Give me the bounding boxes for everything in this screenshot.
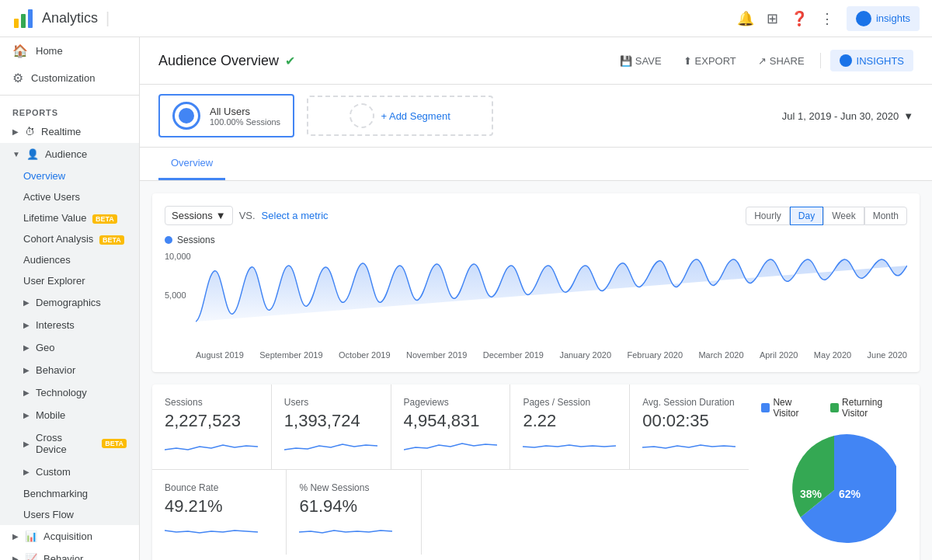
add-segment-circle [350, 103, 374, 128]
sidebar-item-demographics[interactable]: ▶ Demographics [0, 291, 139, 314]
metric-dropdown-arrow: ▼ [216, 210, 226, 221]
sidebar-item-custom[interactable]: ▶ Custom [0, 461, 139, 483]
date-chevron-icon: ▼ [903, 110, 913, 122]
sidebar-sub-item-benchmarking[interactable]: Benchmarking [0, 483, 139, 504]
tab-overview[interactable]: Overview [158, 148, 225, 180]
sidebar-item-geo[interactable]: ▶ Geo [0, 336, 139, 359]
sidebar: 🏠 Home ⚙ Customization REPORTS ▶ ⏱ Realt… [0, 37, 140, 560]
sidebar-item-audience[interactable]: ▼ 👤 Audience [0, 143, 139, 165]
export-icon: ⬆ [683, 55, 692, 67]
help-icon[interactable]: ❓ [791, 10, 808, 27]
export-button[interactable]: ⬆ EXPORT [677, 52, 742, 70]
sidebar-sub-item-cohort[interactable]: Cohort Analysis BETA [0, 228, 139, 249]
content-header: Audience Overview ✔ 💾 SAVE ⬆ EXPORT ↗ SH… [140, 37, 932, 85]
main-layout: 🏠 Home ⚙ Customization REPORTS ▶ ⏱ Realt… [0, 37, 932, 560]
sidebar-sub-item-user-explorer[interactable]: User Explorer [0, 270, 139, 291]
metric-bounce-rate: Bounce Rate 49.21% [152, 470, 287, 555]
sidebar-item-interests[interactable]: ▶ Interests [0, 314, 139, 336]
sessions-sparkline [165, 436, 258, 454]
new-visitor-legend: New Visitor [761, 397, 818, 419]
behavior-top-icon: 📈 [25, 553, 37, 560]
share-button[interactable]: ↗ SHARE [752, 52, 811, 70]
svg-rect-2 [28, 9, 33, 28]
time-btn-week[interactable]: Week [823, 207, 864, 225]
metrics-row-2: Bounce Rate 49.21% % New Sessions 61.94% [152, 470, 749, 555]
acquisition-chevron-icon: ▶ [12, 532, 19, 541]
y-label-5000: 5,000 [165, 290, 186, 300]
sessions-chart-svg [196, 252, 907, 345]
pie-chart-container: New Visitor Returning Visitor 62% [749, 384, 920, 560]
share-icon: ↗ [758, 55, 767, 67]
grid-icon[interactable]: ⊞ [767, 10, 778, 27]
time-btn-month[interactable]: Month [864, 207, 907, 225]
users-sparkline [284, 436, 377, 454]
all-users-segment[interactable]: All Users 100.00% Sessions [158, 94, 294, 137]
pie-chart-svg: 62% 38% [772, 428, 896, 552]
acquisition-icon: 📊 [25, 530, 37, 542]
customization-icon: ⚙ [12, 71, 23, 85]
insights-action-button[interactable]: INSIGHTS [830, 50, 913, 71]
chart-legend: Sessions [165, 235, 907, 245]
add-segment-button[interactable]: + Add Segment [307, 96, 493, 136]
mobile-chevron-icon: ▶ [23, 411, 30, 419]
sidebar-sub-item-overview[interactable]: Overview [0, 165, 139, 186]
top-header: Analytics | 🔔 ⊞ ❓ ⋮ insights [0, 0, 932, 37]
sidebar-item-behavior[interactable]: ▶ Behavior [0, 359, 139, 381]
date-range-picker[interactable]: Jul 1, 2019 - Jun 30, 2020 ▼ [782, 110, 913, 122]
svg-text:38%: 38% [800, 488, 822, 500]
sidebar-sub-item-active-users[interactable]: Active Users [0, 186, 139, 207]
chevron-down-icon: ▼ [12, 150, 20, 158]
time-period-buttons: Hourly Day Week Month [746, 207, 907, 225]
sidebar-item-home[interactable]: 🏠 Home [0, 37, 139, 64]
sidebar-sub-item-lifetime-value[interactable]: Lifetime Value BETA [0, 207, 139, 228]
sidebar-item-behavior-top[interactable]: ▶ 📈 Behavior [0, 548, 139, 560]
segment-left: All Users 100.00% Sessions + Add Segment [158, 94, 493, 137]
y-label-10000: 10,000 [165, 252, 191, 261]
sidebar-item-mobile[interactable]: ▶ Mobile [0, 404, 139, 426]
more-icon[interactable]: ⋮ [820, 10, 834, 27]
bounce-sparkline [165, 521, 258, 540]
sidebar-sub-item-audiences[interactable]: Audiences [0, 249, 139, 270]
insights-avatar [856, 11, 871, 26]
save-icon: 💾 [620, 55, 632, 67]
metric-pages-per-session: Pages / Session 2.22 [510, 384, 630, 469]
sidebar-sub-item-users-flow[interactable]: Users Flow [0, 504, 139, 525]
time-btn-hourly[interactable]: Hourly [746, 207, 790, 225]
home-icon: 🏠 [12, 43, 28, 58]
insights-btn-icon [840, 54, 852, 67]
chart-container: 10,000 5,000 August 2019 [165, 252, 907, 360]
header-left: Analytics | [12, 8, 110, 30]
pageviews-sparkline [404, 436, 497, 454]
select-metric-link[interactable]: Select a metric [262, 210, 329, 221]
audience-section: ▼ 👤 Audience Overview Active Users Lifet… [0, 143, 139, 525]
metrics-container: Sessions 2,227,523 Users 1,393,724 [152, 384, 749, 560]
audience-icon: 👤 [26, 148, 39, 160]
svg-text:62%: 62% [839, 488, 861, 500]
technology-chevron-icon: ▶ [23, 388, 30, 397]
sidebar-item-technology[interactable]: ▶ Technology [0, 381, 139, 404]
segment-sub: 100.00% Sessions [210, 117, 280, 127]
header-right: 🔔 ⊞ ❓ ⋮ insights [737, 6, 920, 31]
save-button[interactable]: 💾 SAVE [614, 52, 668, 70]
insights-label: insights [876, 12, 910, 24]
sidebar-item-realtime[interactable]: ▶ ⏱ Realtime [0, 120, 139, 143]
sidebar-item-customization[interactable]: ⚙ Customization [0, 64, 139, 92]
page-title: Audience Overview ✔ [158, 53, 295, 69]
verified-icon: ✔ [285, 54, 295, 68]
interests-chevron-icon: ▶ [23, 321, 30, 329]
returning-visitor-legend: Returning Visitor [830, 397, 907, 419]
sidebar-item-acquisition[interactable]: ▶ 📊 Acquisition [0, 525, 139, 548]
new-sessions-sparkline [299, 521, 392, 540]
sidebar-item-cross-device[interactable]: ▶ Cross Device BETA [0, 426, 139, 461]
bell-icon[interactable]: 🔔 [737, 10, 754, 27]
time-btn-day[interactable]: Day [790, 207, 823, 225]
metrics-empty-space [422, 470, 749, 555]
sidebar-divider [0, 95, 139, 96]
metric-new-sessions: % New Sessions 61.94% [287, 470, 421, 555]
metric-avg-session-duration: Avg. Session Duration 00:02:35 [630, 384, 749, 469]
metric-dropdown[interactable]: Sessions ▼ [165, 206, 233, 225]
behavior-chevron-icon: ▶ [23, 366, 30, 374]
insights-button[interactable]: insights [847, 6, 920, 31]
returning-visitor-color [830, 403, 839, 412]
analytics-logo-icon [12, 8, 34, 30]
